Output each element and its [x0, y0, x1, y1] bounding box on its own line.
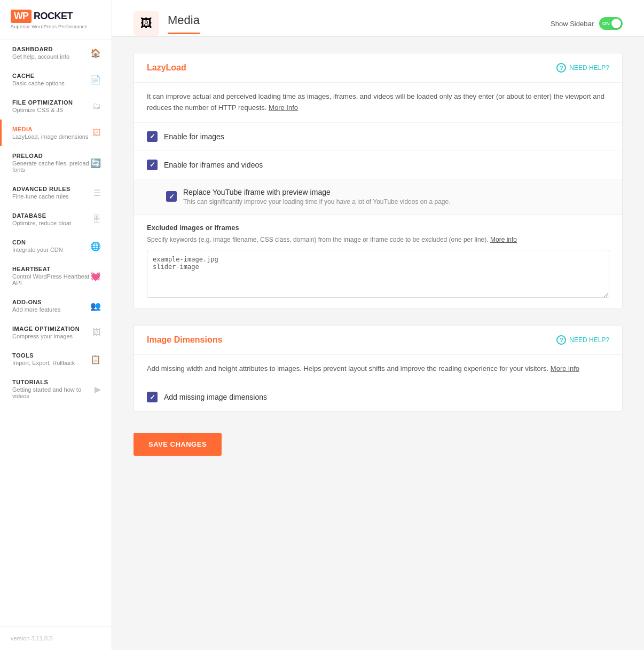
- image-dimensions-section: Image Dimensions ? NEED HELP? Add missin…: [133, 325, 623, 412]
- show-sidebar-label: Show Sidebar: [551, 20, 594, 28]
- option-youtube-preview: ✓ Replace YouTube iframe with preview im…: [134, 179, 622, 215]
- toggle-on-label: ON: [602, 21, 610, 26]
- lazyload-section: LazyLoad ? NEED HELP? It can improve act…: [133, 53, 623, 309]
- lazyload-more-info[interactable]: More Info: [269, 104, 298, 112]
- nav-subtitle-dashboard: Get help, account info: [12, 53, 69, 60]
- header-title-group: Media: [168, 13, 200, 34]
- nav-title-dashboard: DASHBOARD: [12, 46, 69, 52]
- nav-subtitle-tutorials: Getting started and how to videos: [12, 386, 95, 399]
- nav-icon-media: 🖼: [92, 128, 101, 138]
- checkbox-enable-images[interactable]: ✓: [147, 131, 158, 142]
- nav-icon-image-optimization: 🖼: [92, 328, 101, 337]
- enable-images-label: Enable for images: [164, 132, 224, 141]
- nav-list: DASHBOARD Get help, account info 🏠 CACHE…: [0, 39, 112, 406]
- nav-subtitle-cdn: Integrate your CDN: [12, 247, 63, 253]
- nav-icon-cdn: 🌐: [90, 241, 101, 251]
- nav-item-content-heartbeat: HEARTBEAT Control WordPress Heartbeat AP…: [12, 266, 90, 286]
- checkbox-add-missing-dimensions[interactable]: ✓: [147, 392, 158, 402]
- nav-icon-database: 🗄: [92, 215, 101, 224]
- sidebar-item-media[interactable]: MEDIA LazyLoad, image dimensions 🖼: [0, 120, 112, 146]
- sidebar-item-database[interactable]: DATABASE Optimize, reduce bloat 🗄: [0, 206, 112, 233]
- main-content: 🖼 Media Show Sidebar ON LazyLoad ? NEED …: [112, 0, 644, 650]
- check-enable-images: ✓: [150, 132, 155, 140]
- sidebar-item-tools[interactable]: TOOLS Import, Export, Rollback 📋: [0, 346, 112, 372]
- sidebar-version: version 3.11.0.5: [0, 626, 112, 650]
- nav-icon-tools: 📋: [90, 354, 101, 364]
- nav-icon-dashboard: 🏠: [90, 48, 101, 58]
- nav-item-content-media: MEDIA LazyLoad, image dimensions: [12, 126, 88, 140]
- page-icon: 🖼: [133, 11, 159, 36]
- nav-title-advanced-rules: ADVANCED RULES: [12, 186, 70, 192]
- nav-item-content-database: DATABASE Optimize, reduce bloat: [12, 212, 71, 226]
- image-dimensions-need-help[interactable]: ? NEED HELP?: [556, 335, 609, 345]
- nav-subtitle-file-optimization: Optimize CSS & JS: [12, 107, 73, 113]
- page-header: 🖼 Media Show Sidebar ON: [112, 0, 644, 37]
- lazyload-desc-text: It can improve actual and perceived load…: [147, 92, 604, 112]
- nav-icon-preload: 🔄: [90, 158, 101, 168]
- show-sidebar-toggle[interactable]: ON: [599, 17, 623, 30]
- nav-icon-heartbeat: 💓: [90, 271, 101, 281]
- excluded-desc-text: Specify keywords (e.g. image filename, C…: [147, 236, 489, 243]
- need-help-label: NEED HELP?: [569, 64, 609, 72]
- nav-title-tutorials: TUTORIALS: [12, 379, 95, 385]
- image-dim-need-help-label: NEED HELP?: [569, 336, 609, 344]
- sidebar-item-advanced-rules[interactable]: ADVANCED RULES Fine-tune cache rules ☰: [0, 179, 112, 206]
- image-dimensions-title: Image Dimensions: [147, 335, 222, 345]
- logo-rocket: ROCKET: [34, 11, 73, 22]
- sidebar-item-image-optimization[interactable]: IMAGE OPTIMIZATION Compress your images …: [0, 319, 112, 346]
- checkbox-enable-iframes[interactable]: ✓: [147, 160, 158, 170]
- lazyload-header: LazyLoad ? NEED HELP?: [134, 53, 622, 83]
- lazyload-description: It can improve actual and perceived load…: [134, 83, 622, 123]
- excluded-more-info[interactable]: More info: [490, 236, 517, 243]
- need-help-icon: ?: [556, 63, 566, 73]
- show-sidebar-group: Show Sidebar ON: [551, 17, 623, 30]
- sidebar-item-file-optimization[interactable]: FILE OPTIMIZATION Optimize CSS & JS 🗂: [0, 93, 112, 120]
- nav-title-add-ons: ADD-ONS: [12, 299, 61, 305]
- nav-item-content-add-ons: ADD-ONS Add more features: [12, 299, 61, 313]
- header-underline: [168, 33, 200, 34]
- nav-subtitle-heartbeat: Control WordPress Heartbeat API: [12, 273, 90, 286]
- sidebar-item-cdn[interactable]: CDN Integrate your CDN 🌐: [0, 233, 112, 259]
- lazyload-title: LazyLoad: [147, 63, 186, 73]
- image-dim-more-info[interactable]: More info: [551, 364, 579, 372]
- logo-subtitle: Superior WordPress Performance: [11, 24, 101, 29]
- checkbox-youtube-preview[interactable]: ✓: [166, 191, 177, 202]
- option-add-missing-dimensions: ✓ Add missing image dimensions: [134, 383, 622, 411]
- youtube-sublabel: This can significantly improve your load…: [183, 198, 451, 205]
- content-area: LazyLoad ? NEED HELP? It can improve act…: [112, 37, 644, 650]
- nav-icon-file-optimization: 🗂: [92, 101, 101, 111]
- image-dim-need-help-icon: ?: [556, 335, 566, 345]
- nav-item-content-cdn: CDN Integrate your CDN: [12, 239, 63, 253]
- option-enable-images: ✓ Enable for images: [134, 123, 622, 151]
- nav-title-tools: TOOLS: [12, 352, 75, 359]
- nav-item-content-tutorials: TUTORIALS Getting started and how to vid…: [12, 379, 95, 399]
- check-enable-iframes: ✓: [150, 161, 155, 169]
- nav-item-content-image-optimization: IMAGE OPTIMIZATION Compress your images: [12, 326, 80, 339]
- sidebar-item-cache[interactable]: CACHE Basic cache options 📄: [0, 66, 112, 93]
- nav-subtitle-media: LazyLoad, image dimensions: [12, 133, 88, 140]
- add-missing-dimensions-label: Add missing image dimensions: [164, 393, 267, 401]
- sidebar-item-tutorials[interactable]: TUTORIALS Getting started and how to vid…: [0, 372, 112, 406]
- excluded-section: Excluded images or iframes Specify keywo…: [134, 215, 622, 308]
- excluded-desc: Specify keywords (e.g. image filename, C…: [147, 235, 609, 244]
- nav-title-cdn: CDN: [12, 239, 63, 245]
- image-dim-desc-text: Add missing width and height attributes …: [147, 364, 548, 372]
- nav-subtitle-database: Optimize, reduce bloat: [12, 220, 71, 226]
- sidebar-item-heartbeat[interactable]: HEARTBEAT Control WordPress Heartbeat AP…: [0, 259, 112, 292]
- sidebar-item-preload[interactable]: PRELOAD Generate cache files, preload fo…: [0, 146, 112, 179]
- logo-area: WP ROCKET Superior WordPress Performance: [0, 0, 112, 39]
- sidebar-item-dashboard[interactable]: DASHBOARD Get help, account info 🏠: [0, 39, 112, 66]
- image-dimensions-desc: Add missing width and height attributes …: [134, 355, 622, 384]
- lazyload-need-help[interactable]: ? NEED HELP?: [556, 63, 609, 73]
- sidebar-item-add-ons[interactable]: ADD-ONS Add more features 👥: [0, 292, 112, 319]
- excluded-title: Excluded images or iframes: [147, 224, 609, 232]
- nav-icon-cache: 📄: [90, 75, 101, 85]
- excluded-textarea[interactable]: example-image.jpg slider-image: [147, 250, 609, 298]
- image-dimensions-header: Image Dimensions ? NEED HELP?: [134, 326, 622, 355]
- nav-title-database: DATABASE: [12, 212, 71, 219]
- nav-subtitle-tools: Import, Export, Rollback: [12, 360, 75, 366]
- save-changes-button[interactable]: SAVE CHANGES: [133, 433, 222, 456]
- page-title: Media: [168, 13, 200, 27]
- header-left: 🖼 Media: [133, 11, 200, 36]
- nav-item-content-preload: PRELOAD Generate cache files, preload fo…: [12, 153, 90, 173]
